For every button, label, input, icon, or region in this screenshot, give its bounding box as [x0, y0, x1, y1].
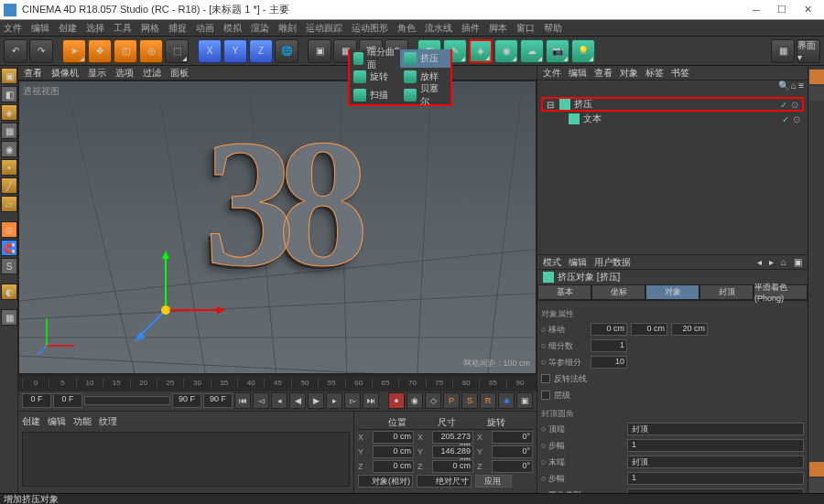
workplane-mode[interactable]: ▦ — [1, 123, 17, 139]
soft-select[interactable]: S — [1, 258, 17, 274]
next-frame[interactable]: ▸ — [326, 392, 342, 409]
coord-apply[interactable]: 应用 — [475, 475, 512, 488]
viewport[interactable]: 透视视图 38 网格间距 : 100 cm — [18, 80, 537, 374]
objmenu-文件[interactable]: 文件 — [543, 67, 561, 80]
time-scrollbar[interactable] — [84, 396, 170, 405]
mat-tab-纹理[interactable]: 纹理 — [99, 415, 117, 430]
generator-扫描[interactable]: 扫描 — [350, 86, 400, 104]
generator-贝塞尔[interactable]: 贝塞尔 — [400, 86, 450, 104]
menu-工具[interactable]: 工具 — [114, 22, 132, 35]
attr-tab-基本[interactable]: 基本 — [537, 284, 591, 300]
goto-end[interactable]: ⏭ — [363, 392, 379, 409]
select-tool[interactable]: ➤ — [62, 39, 86, 63]
render-view[interactable]: ▣ — [308, 39, 331, 63]
generator-挤压[interactable]: 挤压 — [400, 49, 450, 68]
generator-细分曲面[interactable]: 细分曲面 — [350, 49, 400, 68]
attr-tab-平滑着色(Phong)[interactable]: 平滑着色(Phong) — [754, 284, 808, 300]
time-cur2[interactable]: 90 F — [203, 393, 233, 408]
snap-toggle[interactable]: 🧲 — [1, 240, 17, 256]
menu-模拟[interactable]: 模拟 — [223, 22, 242, 35]
axis-gizmo[interactable] — [120, 246, 230, 356]
z-axis-toggle[interactable]: Z — [249, 39, 273, 63]
menu-插件[interactable]: 插件 — [461, 22, 480, 35]
layout-tab-2[interactable] — [809, 86, 824, 101]
menu-渲染[interactable]: 渲染 — [251, 22, 269, 35]
prev-key[interactable]: ◅ — [253, 392, 269, 409]
menu-角色[interactable]: 角色 — [397, 22, 416, 35]
attrmenu-用户数据[interactable]: 用户数据 — [594, 256, 631, 269]
tweak-mode[interactable]: ◐ — [1, 284, 17, 300]
menu-创建[interactable]: 创建 — [59, 22, 77, 35]
menu-选择[interactable]: 选择 — [86, 22, 104, 35]
rot-key[interactable]: R — [480, 392, 496, 409]
environment-menu[interactable]: ☁ — [520, 39, 544, 63]
time-end[interactable]: 90 F — [172, 393, 201, 408]
generator-旋转[interactable]: 旋转 — [350, 68, 400, 86]
autokey[interactable]: ◉ — [407, 392, 423, 409]
menu-雕刻[interactable]: 雕刻 — [278, 22, 297, 35]
deformer-menu[interactable]: ◉ — [494, 39, 518, 63]
menu-流水线[interactable]: 流水线 — [425, 22, 452, 35]
move-tool[interactable]: ✥ — [88, 39, 112, 63]
menu-捕捉[interactable]: 捕捉 — [168, 22, 187, 35]
attr-tab-封顶[interactable]: 封顶 — [699, 284, 754, 300]
edge-mode[interactable]: ╱ — [1, 177, 17, 194]
search-icon[interactable]: 🔍 — [778, 80, 789, 93]
recent-tool[interactable]: ⬚ — [165, 39, 189, 63]
mat-tab-创建[interactable]: 创建 — [22, 415, 40, 430]
time-start[interactable]: 0 F — [22, 393, 51, 408]
material-manager[interactable] — [22, 432, 350, 487]
objmenu-查看[interactable]: 查看 — [594, 67, 613, 80]
objmenu-编辑[interactable]: 编辑 — [569, 67, 587, 80]
menu-窗口[interactable]: 窗口 — [516, 22, 535, 35]
maximize-button[interactable]: ☐ — [769, 4, 795, 16]
filter-icon[interactable]: ⌂ — [791, 80, 797, 93]
undo-button[interactable]: ↶ — [4, 39, 27, 63]
goto-start[interactable]: ⏮ — [234, 392, 251, 409]
pos-key[interactable]: P — [443, 392, 460, 409]
tree-item-文本[interactable]: 文本✓⊙ — [541, 112, 804, 126]
time-cur1[interactable]: 0 F — [53, 393, 82, 408]
menu-编辑[interactable]: 编辑 — [31, 22, 49, 35]
vpmenu-摄像机[interactable]: 摄像机 — [51, 67, 79, 80]
menu-脚本[interactable]: 脚本 — [489, 22, 507, 35]
object-mode[interactable]: ◉ — [1, 141, 17, 157]
make-editable[interactable]: ▣ — [1, 68, 17, 84]
menu-运动图形[interactable]: 运动图形 — [352, 22, 388, 35]
coord-system[interactable]: 🌐 — [275, 39, 298, 63]
generator-menu[interactable]: ◈ — [469, 39, 493, 63]
scale-key[interactable]: S — [461, 392, 478, 409]
path-icon[interactable]: ≡ — [798, 80, 804, 93]
attr-tab-坐标[interactable]: 坐标 — [591, 284, 645, 300]
menu-动画[interactable]: 动画 — [196, 22, 214, 35]
texture-mode[interactable]: ◈ — [1, 104, 17, 121]
mat-tab-功能[interactable]: 功能 — [73, 415, 92, 430]
attrmenu-模式[interactable]: 模式 — [543, 256, 561, 269]
poly-mode[interactable]: ▱ — [1, 196, 17, 212]
layout-tab-4[interactable] — [809, 478, 824, 493]
light-menu[interactable]: 💡 — [571, 39, 595, 63]
objmenu-对象[interactable]: 对象 — [620, 67, 638, 80]
y-axis-toggle[interactable]: Y — [223, 39, 247, 63]
layout-tab-3[interactable] — [809, 462, 824, 477]
attr-tab-对象[interactable]: 对象 — [645, 284, 699, 300]
axis-toggle[interactable]: ◎ — [1, 221, 17, 238]
close-button[interactable]: ✕ — [795, 4, 820, 16]
vpmenu-查看[interactable]: 查看 — [24, 67, 42, 80]
x-axis-toggle[interactable]: X — [198, 39, 222, 63]
objmenu-书签[interactable]: 书签 — [671, 67, 689, 80]
coord-mode2[interactable]: 绝对尺寸 — [417, 475, 472, 488]
menu-帮助[interactable]: 帮助 — [544, 22, 562, 35]
next-key[interactable]: ▻ — [344, 392, 361, 409]
layout-menu[interactable]: 界面 ▾ — [797, 39, 820, 63]
model-mode[interactable]: ◧ — [1, 86, 17, 102]
rotate-tool[interactable]: ◎ — [139, 39, 163, 63]
viewport-solo[interactable]: ▦ — [1, 309, 17, 326]
tree-item-挤压[interactable]: ⊟挤压✓⊙ — [541, 97, 804, 112]
layout-std[interactable]: ▦ — [771, 39, 795, 63]
vpmenu-面板[interactable]: 面板 — [170, 67, 189, 80]
play-fwd[interactable]: ▶ — [308, 392, 324, 409]
camera-menu[interactable]: 📷 — [546, 39, 569, 63]
key-mode[interactable]: ◇ — [425, 392, 441, 409]
pla-key[interactable]: ▣ — [516, 392, 533, 409]
